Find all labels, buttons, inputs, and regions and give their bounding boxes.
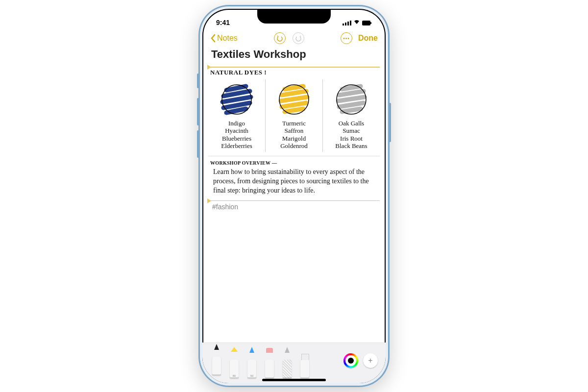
dye-swatch-row: IndigoHyacinthBlueberriesElderberries xyxy=(208,79,380,152)
hashtag-text[interactable]: #fashion xyxy=(208,202,380,215)
dye-sources-list: Oak GallsSumacIris RootBlack Beans xyxy=(325,120,378,150)
redo-icon xyxy=(295,35,302,42)
chevron-left-icon xyxy=(210,34,216,43)
section-divider xyxy=(208,200,380,201)
divider xyxy=(208,156,380,156)
svg-line-21 xyxy=(339,103,364,107)
svg-line-8 xyxy=(222,97,251,102)
color-picker-button[interactable] xyxy=(343,353,358,368)
svg-rect-5 xyxy=(370,22,371,24)
svg-line-22 xyxy=(342,109,361,112)
add-tool-button[interactable]: + xyxy=(363,353,378,368)
svg-line-14 xyxy=(281,97,307,101)
device-notch xyxy=(257,9,331,24)
swatch-circle-icon xyxy=(218,80,256,119)
overview-body: Learn how to bring sustainability to eve… xyxy=(208,166,380,198)
redo-button[interactable] xyxy=(293,32,304,44)
undo-icon xyxy=(276,35,283,42)
more-button[interactable]: ••• xyxy=(341,32,352,44)
note-content[interactable]: NATURAL DYES ! IndigoHyaci xyxy=(202,67,386,215)
dye-sources-list: IndigoHyacinthBlueberriesElderberries xyxy=(210,120,263,150)
svg-rect-4 xyxy=(362,21,370,25)
swatch-circle-icon xyxy=(332,80,370,119)
done-button[interactable]: Done xyxy=(358,34,378,43)
plus-icon: + xyxy=(368,356,372,365)
status-time: 9:41 xyxy=(216,19,230,26)
svg-line-15 xyxy=(282,103,306,107)
svg-line-19 xyxy=(339,91,364,95)
section-heading: NATURAL DYES ! xyxy=(208,69,380,76)
svg-rect-0 xyxy=(343,24,344,25)
home-indicator[interactable] xyxy=(262,379,326,381)
back-label: Notes xyxy=(217,34,238,43)
tool-pen[interactable] xyxy=(210,349,223,375)
nav-bar: Notes ••• Done xyxy=(202,31,386,47)
section-divider xyxy=(208,67,380,68)
undo-button[interactable] xyxy=(274,32,286,44)
tool-pencil[interactable]: 50 xyxy=(245,352,258,378)
status-indicators xyxy=(343,19,372,26)
svg-line-13 xyxy=(282,91,306,95)
ellipsis-icon: ••• xyxy=(343,36,350,41)
tool-lasso[interactable] xyxy=(281,352,294,378)
svg-rect-2 xyxy=(347,22,349,25)
overview-heading: WORKSHOP OVERVIEW — xyxy=(208,160,380,166)
note-title[interactable]: Textiles Workshop xyxy=(202,47,386,65)
tool-highlighter[interactable]: 80 xyxy=(228,352,241,378)
phone-frame: 9:41 Notes xyxy=(198,5,390,387)
tool-ruler[interactable] xyxy=(298,352,311,378)
svg-rect-3 xyxy=(350,21,351,25)
svg-line-20 xyxy=(338,97,365,101)
dye-swatch-blue: IndigoHyacinthBlueberriesElderberries xyxy=(208,79,265,152)
back-button[interactable]: Notes xyxy=(210,34,238,43)
markup-toolbar: 80 50 + xyxy=(202,343,386,383)
svg-line-16 xyxy=(285,109,303,112)
dye-swatch-yellow: TurmericSaffronMarigoldGoldenrod xyxy=(265,79,322,152)
swatch-circle-icon xyxy=(275,80,313,119)
dye-sources-list: TurmericSaffronMarigoldGoldenrod xyxy=(268,120,320,150)
dye-swatch-grey: Oak GallsSumacIris RootBlack Beans xyxy=(322,79,380,152)
tool-eraser[interactable] xyxy=(263,352,276,378)
signal-wifi-battery-icon xyxy=(343,20,372,26)
svg-rect-1 xyxy=(345,23,346,25)
